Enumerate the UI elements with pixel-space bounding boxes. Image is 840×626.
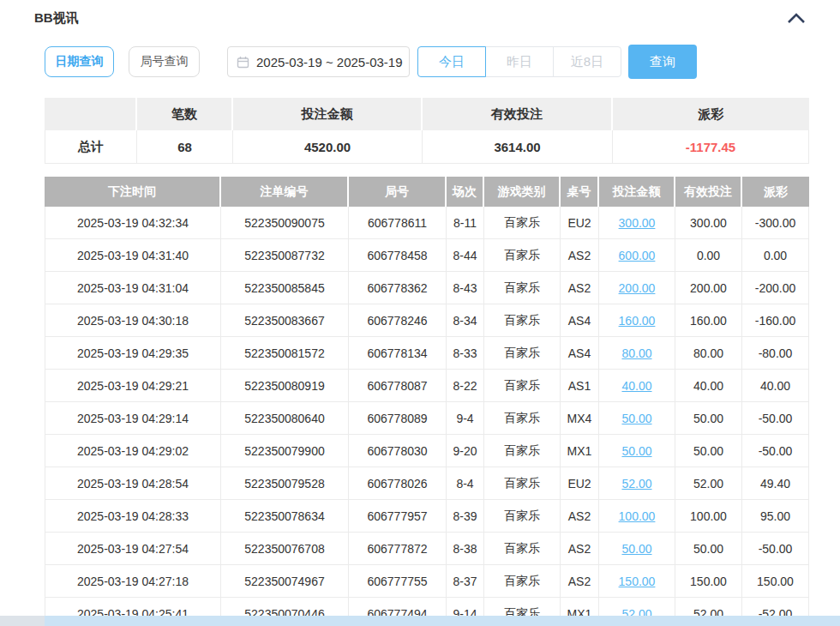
bet-record-row: 2025-03-19 04:29:35522350081572606778134… [45, 337, 809, 370]
cell-payout: 40.00 [742, 370, 809, 402]
cell-valid-bet: 80.00 [675, 337, 742, 370]
cell-session: 8-38 [447, 533, 484, 565]
bet-amount-link[interactable]: 100.00 [619, 509, 656, 523]
collapse-button[interactable] [785, 11, 807, 26]
cell-payout: -200.00 [742, 272, 809, 304]
column-header-payout: 派彩 [742, 177, 809, 207]
summary-table: 笔数 投注金额 有效投注 派彩 总计 68 4520.00 3614.00 -1… [45, 98, 809, 164]
cell-round-id: 606778030 [349, 435, 447, 467]
summary-total-bet-amount: 4520.00 [233, 130, 423, 164]
cell-bet-amount: 50.00 [599, 533, 675, 565]
bet-amount-link[interactable]: 50.00 [621, 444, 651, 458]
cell-round-id: 606777755 [349, 565, 447, 598]
cell-round-id: 606778611 [349, 207, 447, 239]
cell-game-type: 百家乐 [484, 533, 561, 565]
summary-header-row: 笔数 投注金额 有效投注 派彩 [45, 98, 809, 130]
cell-bet-time: 2025-03-19 04:29:14 [45, 402, 221, 435]
cell-bet-time: 2025-03-19 04:29:02 [45, 435, 221, 467]
cell-order-id: 522350081572 [221, 337, 349, 370]
bet-record-row: 2025-03-19 04:29:21522350080919606778087… [45, 370, 809, 402]
bb-video-panel: BB视讯 日期查询 局号查询 2025-03-19 ~ 2025-03-19 今… [0, 0, 840, 626]
bet-record-row: 2025-03-19 04:32:34522350090075606778611… [45, 207, 809, 239]
quick-range-today[interactable]: 今日 [417, 46, 486, 77]
cell-order-id: 522350085845 [221, 272, 349, 304]
cell-bet-time: 2025-03-19 04:29:35 [45, 337, 221, 370]
cell-session: 9-4 [447, 402, 484, 435]
cell-bet-amount: 600.00 [599, 239, 675, 272]
query-button[interactable]: 查询 [628, 45, 697, 79]
bet-amount-link[interactable]: 160.00 [619, 314, 656, 328]
cell-order-id: 522350083667 [221, 304, 349, 337]
scrollbar-thumb[interactable] [45, 616, 840, 626]
cell-game-type: 百家乐 [484, 272, 561, 304]
column-header-table-code: 桌号 [561, 177, 599, 207]
cell-game-type: 百家乐 [484, 500, 561, 533]
cell-session: 8-22 [447, 370, 484, 402]
cell-bet-time: 2025-03-19 04:27:18 [45, 565, 221, 598]
bet-amount-link[interactable]: 600.00 [619, 249, 656, 262]
cell-payout: -300.00 [742, 207, 809, 239]
cell-bet-amount: 40.00 [599, 370, 675, 402]
cell-game-type: 百家乐 [484, 467, 561, 500]
bet-record-row: 2025-03-19 04:29:14522350080640606778089… [45, 402, 809, 435]
summary-col-valid-bet: 有效投注 [423, 98, 613, 130]
cell-table-code: EU2 [561, 207, 599, 239]
cell-table-code: MX4 [561, 402, 599, 435]
column-header-round-id: 局号 [349, 177, 447, 207]
summary-total-payout: -1177.45 [613, 130, 809, 164]
bet-amount-link[interactable]: 200.00 [619, 281, 656, 295]
cell-round-id: 606778246 [349, 304, 447, 337]
cell-order-id: 522350078634 [221, 500, 349, 533]
cell-game-type: 百家乐 [484, 239, 561, 272]
cell-game-type: 百家乐 [484, 435, 561, 467]
cell-order-id: 522350080919 [221, 370, 349, 402]
summary-total-valid-bet: 3614.00 [423, 130, 613, 164]
quick-range-8days[interactable]: 近8日 [553, 46, 621, 77]
cell-bet-time: 2025-03-19 04:29:21 [45, 370, 221, 402]
bet-record-row: 2025-03-19 04:31:04522350085845606778362… [45, 272, 809, 304]
tab-date-query[interactable]: 日期查询 [45, 46, 114, 77]
bet-amount-link[interactable]: 40.00 [621, 379, 651, 393]
summary-col-count: 笔数 [137, 98, 233, 130]
bet-record-row: 2025-03-19 04:30:18522350083667606778246… [45, 304, 809, 337]
quick-range-yesterday[interactable]: 昨日 [485, 46, 554, 77]
cell-order-id: 522350087732 [221, 239, 349, 272]
date-range-value: 2025-03-19 ~ 2025-03-19 [256, 55, 403, 69]
cell-payout: -160.00 [742, 304, 809, 337]
cell-valid-bet: 50.00 [675, 533, 742, 565]
cell-payout: -50.00 [742, 533, 809, 565]
cell-valid-bet: 200.00 [675, 272, 742, 304]
bet-amount-link[interactable]: 50.00 [621, 542, 651, 556]
cell-session: 8-34 [447, 304, 484, 337]
bet-amount-link[interactable]: 52.00 [621, 477, 651, 491]
cell-order-id: 522350074967 [221, 565, 349, 598]
cell-payout: 0.00 [742, 239, 809, 272]
cell-bet-amount: 100.00 [599, 500, 675, 533]
bet-amount-link[interactable]: 80.00 [621, 346, 651, 360]
cell-round-id: 606778087 [349, 370, 447, 402]
bet-amount-link[interactable]: 50.00 [621, 412, 651, 425]
bet-record-row: 2025-03-19 04:28:33522350078634606777957… [45, 500, 809, 533]
cell-payout: 49.40 [742, 467, 809, 500]
bet-records-table: 下注时间注单编号局号场次游戏类别桌号投注金额有效投注派彩 2025-03-19 … [45, 177, 809, 626]
column-header-bet-time: 下注时间 [45, 177, 221, 207]
cell-valid-bet: 160.00 [675, 304, 742, 337]
cell-round-id: 606778134 [349, 337, 447, 370]
bet-amount-link[interactable]: 300.00 [619, 216, 656, 230]
filter-toolbar: 日期查询 局号查询 2025-03-19 ~ 2025-03-19 今日 昨日 … [45, 45, 809, 79]
cell-table-code: AS1 [561, 370, 599, 402]
cell-table-code: AS2 [561, 500, 599, 533]
horizontal-scrollbar[interactable] [0, 616, 840, 626]
cell-bet-amount: 200.00 [599, 272, 675, 304]
date-range-input[interactable]: 2025-03-19 ~ 2025-03-19 [227, 46, 410, 77]
cell-session: 9-20 [447, 435, 484, 467]
panel-content: 日期查询 局号查询 2025-03-19 ~ 2025-03-19 今日 昨日 … [45, 45, 809, 626]
cell-game-type: 百家乐 [484, 337, 561, 370]
quick-range-group: 今日 昨日 近8日 [417, 46, 621, 77]
cell-valid-bet: 52.00 [675, 467, 742, 500]
bet-amount-link[interactable]: 150.00 [619, 575, 656, 588]
cell-valid-bet: 150.00 [675, 565, 742, 598]
cell-bet-amount: 52.00 [599, 467, 675, 500]
tab-round-query[interactable]: 局号查询 [129, 46, 200, 77]
cell-valid-bet: 100.00 [675, 500, 742, 533]
